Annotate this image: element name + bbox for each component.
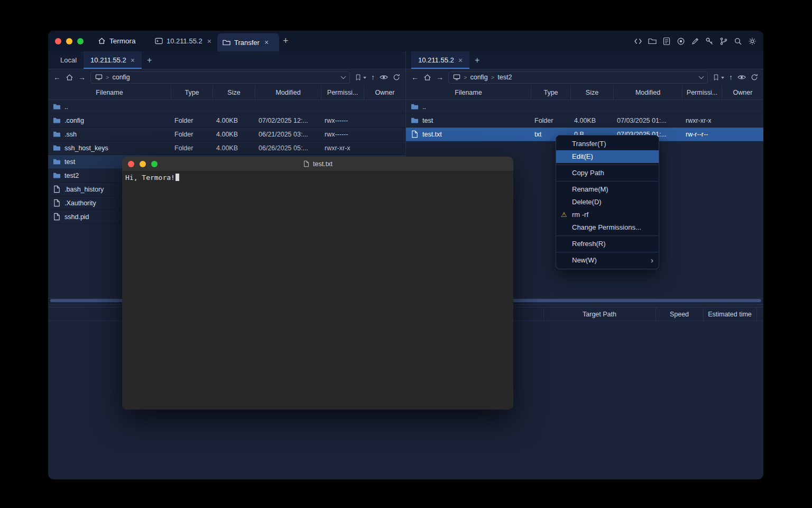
close-tab-icon[interactable]: × [207, 37, 211, 46]
editor-content[interactable]: Hi, Termora! [122, 171, 513, 410]
refresh-icon[interactable] [751, 74, 758, 81]
chevron-down-icon[interactable] [699, 74, 704, 79]
path-bar[interactable]: > config > test2 [448, 71, 708, 84]
git-branch-icon[interactable] [719, 37, 728, 46]
editor-zoom-button[interactable] [151, 161, 158, 167]
menu-separator [557, 165, 658, 165]
column-header-estimated-time[interactable]: Estimated time [703, 307, 756, 321]
column-header-target-path[interactable]: Target Path [543, 307, 656, 321]
tab-remote-host[interactable]: 10.211.55.2 × [84, 51, 142, 69]
folder-icon [53, 158, 61, 166]
column-header-permissions[interactable]: Permissi... [682, 85, 722, 99]
tab-terminal-session[interactable]: 10.211.55.2 × [150, 31, 217, 51]
bookmark-icon[interactable] [713, 74, 719, 81]
breadcrumb-separator: > [491, 74, 494, 80]
file-permissions-cell [682, 100, 722, 113]
pencil-icon[interactable] [691, 37, 699, 46]
forward-icon[interactable]: → [78, 74, 86, 81]
editor-title: test.txt [313, 160, 333, 168]
minimize-window-button[interactable] [66, 38, 72, 44]
bookmark-icon[interactable] [355, 74, 362, 81]
column-header-type[interactable]: Type [171, 85, 213, 99]
menu-item-transfer[interactable]: Transfer(T) [556, 138, 659, 150]
menu-item-refresh[interactable]: Refresh(R) [556, 238, 659, 250]
back-icon[interactable]: ← [411, 74, 419, 81]
editor-close-button[interactable] [128, 161, 134, 167]
back-icon[interactable]: ← [53, 74, 61, 81]
path-bar[interactable]: > config [90, 71, 350, 84]
breadcrumb-segment[interactable]: test2 [497, 74, 512, 81]
record-icon[interactable] [677, 37, 685, 46]
file-name: .. [422, 103, 426, 111]
show-hidden-eye-icon[interactable] [380, 73, 388, 81]
tab-remote-host[interactable]: 10.211.55.2 × [411, 51, 469, 69]
upload-icon[interactable]: ↑ [371, 74, 375, 81]
home-icon[interactable] [423, 74, 431, 81]
file-row[interactable]: .config Folder 4.00KB 07/02/2025 12:... … [48, 114, 405, 128]
zoom-window-button[interactable] [77, 38, 84, 44]
log-icon[interactable] [662, 37, 671, 46]
close-tab-icon[interactable]: × [131, 56, 135, 65]
column-header-owner[interactable]: Owner [364, 85, 405, 99]
window-controls [55, 38, 84, 44]
upload-icon[interactable]: ↑ [729, 74, 733, 81]
menu-item-new[interactable]: New(W) › [556, 254, 659, 267]
column-header-filename[interactable]: Filename [48, 85, 171, 99]
column-header-speed[interactable]: Speed [656, 307, 703, 321]
new-tab-button[interactable]: + [283, 31, 289, 51]
refresh-icon[interactable] [393, 74, 400, 81]
file-row[interactable]: ssh_host_keys Folder 4.00KB 06/26/2025 0… [48, 141, 405, 155]
menu-item-copy-path[interactable]: Copy Path [556, 167, 659, 179]
menu-item-rm-rf[interactable]: ⚠rm -rf [556, 208, 659, 221]
column-header-type[interactable]: Type [531, 85, 571, 99]
tab-label: 10.211.55.2 [167, 37, 202, 45]
column-header-permissions[interactable]: Permissi... [321, 85, 364, 99]
file-row[interactable]: test Folder 4.00KB 07/03/2025 01:... rwx… [406, 114, 763, 128]
file-row-parent-dir[interactable]: .. [48, 100, 405, 114]
folder-icon[interactable] [648, 37, 657, 46]
file-modified-cell: 07/02/2025 12:... [255, 114, 321, 127]
column-header-size[interactable]: Size [571, 85, 614, 99]
breadcrumb-segment[interactable]: config [470, 74, 487, 81]
chevron-down-icon[interactable] [341, 74, 346, 79]
bookmark-dropdown-icon[interactable] [721, 77, 724, 80]
key-icon[interactable] [705, 37, 714, 46]
new-panel-tab-button[interactable]: + [142, 51, 157, 69]
file-permissions-cell: rwx------ [321, 114, 364, 127]
bookmark-group[interactable] [713, 74, 724, 81]
file-row[interactable]: .ssh Folder 4.00KB 06/21/2025 03:... rwx… [48, 128, 405, 141]
column-header-owner[interactable]: Owner [722, 85, 763, 99]
bookmark-group[interactable] [355, 74, 366, 81]
app-home-tab[interactable]: Termora [98, 31, 136, 51]
menu-item-edit[interactable]: Edit(E) [556, 150, 659, 163]
menu-item-label: rm -rf [572, 211, 588, 219]
file-type-cell: Folder [171, 114, 213, 127]
close-tab-icon[interactable]: × [264, 38, 269, 47]
column-header-modified[interactable]: Modified [255, 85, 321, 99]
menu-item-delete[interactable]: Delete(D) [556, 196, 659, 208]
close-tab-icon[interactable]: × [458, 56, 463, 65]
close-window-button[interactable] [55, 38, 61, 44]
file-permissions-cell [321, 100, 364, 113]
column-header-filename[interactable]: Filename [406, 85, 531, 99]
file-row-parent-dir[interactable]: .. [406, 100, 763, 114]
tab-local[interactable]: Local [53, 51, 84, 69]
column-header-modified[interactable]: Modified [614, 85, 682, 99]
editor-titlebar[interactable]: test.txt [122, 157, 513, 171]
menu-item-change-permissions[interactable]: Change Permissions... [556, 221, 659, 234]
file-modified-cell [614, 100, 682, 113]
editor-minimize-button[interactable] [140, 161, 146, 167]
file-size-cell [571, 100, 614, 113]
menu-item-rename[interactable]: Rename(M) [556, 183, 659, 196]
search-icon[interactable] [734, 37, 742, 46]
home-icon[interactable] [66, 74, 73, 81]
tab-transfer[interactable]: Transfer × [217, 33, 279, 51]
forward-icon[interactable]: → [436, 74, 444, 81]
column-header-size[interactable]: Size [213, 85, 255, 99]
show-hidden-eye-icon[interactable] [737, 73, 746, 81]
code-icon[interactable] [634, 37, 642, 46]
new-panel-tab-button[interactable]: + [469, 51, 485, 69]
settings-gear-icon[interactable] [748, 37, 756, 46]
breadcrumb-segment[interactable]: config [112, 74, 130, 81]
bookmark-dropdown-icon[interactable] [363, 77, 366, 80]
